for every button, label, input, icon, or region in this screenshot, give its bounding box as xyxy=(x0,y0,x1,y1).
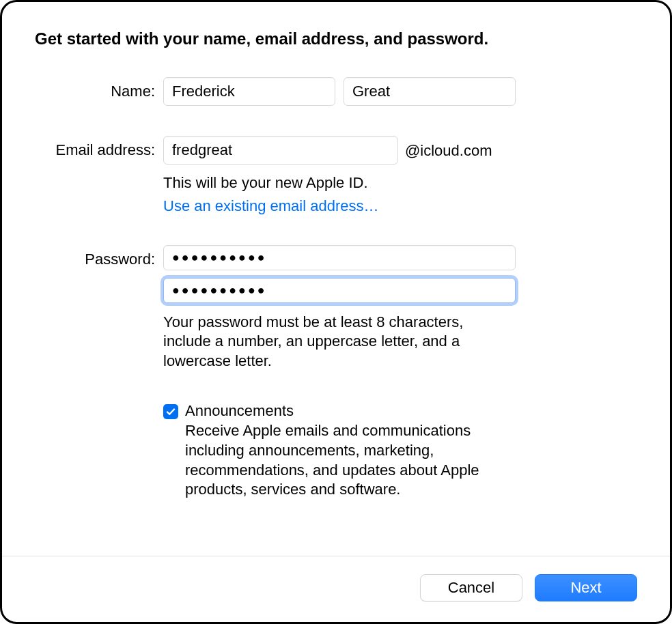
dialog-heading: Get started with your name, email addres… xyxy=(35,29,637,48)
password-label: Password: xyxy=(35,245,163,268)
next-button[interactable]: Next xyxy=(535,574,637,601)
password-input[interactable] xyxy=(163,245,516,270)
signup-dialog: Get started with your name, email addres… xyxy=(0,0,672,624)
announcements-description: Receive Apple emails and communications … xyxy=(185,421,520,499)
name-label: Name: xyxy=(35,77,163,100)
cancel-button[interactable]: Cancel xyxy=(420,574,522,601)
password-hint: Your password must be at least 8 charact… xyxy=(163,313,512,371)
email-domain-suffix: @icloud.com xyxy=(405,141,492,160)
email-row: Email address: @icloud.com This will be … xyxy=(35,136,637,215)
password-row: Password: Your password must be at least… xyxy=(35,245,637,500)
password-confirm-input[interactable] xyxy=(163,278,516,303)
first-name-input[interactable] xyxy=(163,77,335,106)
announcements-checkbox[interactable] xyxy=(163,404,178,419)
email-fields: @icloud.com This will be your new Apple … xyxy=(163,136,637,215)
announcements-row: Announcements Receive Apple emails and c… xyxy=(163,402,637,499)
password-fields: Your password must be at least 8 charact… xyxy=(163,245,637,500)
email-username-input[interactable] xyxy=(163,136,398,165)
use-existing-email-link[interactable]: Use an existing email address… xyxy=(163,197,378,215)
checkmark-icon xyxy=(165,406,176,417)
apple-id-note: This will be your new Apple ID. xyxy=(163,173,637,193)
announcements-content: Announcements Receive Apple emails and c… xyxy=(185,402,637,499)
name-row: Name: xyxy=(35,77,637,106)
email-label: Email address: xyxy=(35,136,163,159)
announcements-title: Announcements xyxy=(185,402,637,420)
dialog-footer: Cancel Next xyxy=(2,556,670,622)
name-fields xyxy=(163,77,637,106)
last-name-input[interactable] xyxy=(344,77,516,106)
dialog-content: Get started with your name, email addres… xyxy=(2,2,670,556)
